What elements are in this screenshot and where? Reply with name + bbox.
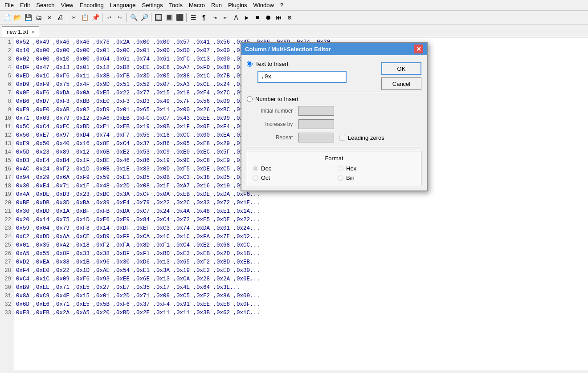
line-numbers: 1234567891011121314151617181920212223242… [0, 37, 14, 370]
sep1 [67, 13, 67, 22]
paste-button[interactable]: 📌 [90, 13, 100, 23]
number-insert-radio[interactable] [247, 96, 253, 102]
save-all-button[interactable]: 🗂 [34, 13, 44, 23]
tab-new1[interactable]: new 1.txt × [2, 26, 39, 37]
initial-number-input[interactable] [298, 106, 334, 116]
menu-window[interactable]: Window [251, 1, 277, 9]
menu-settings[interactable]: Settings [139, 1, 166, 9]
stop-button[interactable]: ■ [253, 13, 262, 23]
menu-plugins[interactable]: Plugins [225, 1, 250, 9]
increase-by-label: Increase by : [247, 121, 296, 127]
divider2 [247, 147, 421, 147]
zoom-out-button[interactable]: 🔳 [164, 13, 174, 23]
format-oct-label: Oct [261, 174, 270, 181]
leading-zeros-checkbox[interactable] [339, 135, 345, 141]
editor-line: 0xF3 ,0xEB ,0x2A ,0xA5 ,0x20 ,0xBD ,0x2E… [16, 309, 586, 317]
menu-search[interactable]: Search [33, 1, 57, 9]
format-hex-radio[interactable] [338, 166, 343, 171]
number-insert-section: Number to Insert Initial number : Increa… [247, 96, 421, 142]
menu-run[interactable]: Run [208, 1, 225, 9]
cut-button[interactable]: ✂ [69, 13, 79, 23]
number-insert-radio-row: Number to Insert [247, 96, 421, 102]
redo-button[interactable]: ↪ [115, 13, 125, 23]
sep3 [127, 13, 127, 22]
format-grid: Dec Hex Oct Bin [253, 165, 416, 181]
editor-line: 0x59 ,0x04 ,0x79 ,0xF8 ,0x14 ,0xDF ,0xEF… [16, 224, 586, 233]
text-insert-input[interactable] [257, 71, 347, 83]
format-oct-radio[interactable] [253, 175, 258, 181]
new-button[interactable]: 📄 [2, 13, 12, 23]
tabbar: new 1.txt × [0, 25, 588, 37]
column-editor-dialog: Column / Multi-Selection Editor ✕ OK Can… [241, 42, 428, 191]
format-hex-label: Hex [346, 165, 356, 172]
menu-help[interactable]: ? [278, 1, 286, 9]
outdent-button[interactable]: ⇤ [220, 13, 230, 23]
format-bin-radio[interactable] [338, 175, 343, 181]
undo-button[interactable]: ↩ [104, 13, 114, 23]
menu-view[interactable]: View [58, 1, 76, 9]
editor-line: 0x6D ,0xE6 ,0x71 ,0xE5 ,0x5B ,0xF6 ,0x37… [16, 300, 586, 309]
record-button[interactable]: ⏺ [263, 13, 273, 23]
full-screen-button[interactable]: ⬛ [175, 13, 184, 23]
sep5 [186, 13, 187, 22]
dialog-action-buttons: OK Cancel [381, 62, 421, 90]
format-dec-option: Dec [253, 165, 331, 172]
sep4 [151, 13, 151, 22]
copy-button[interactable]: 📋 [80, 13, 90, 23]
repeat-input[interactable] [298, 133, 334, 142]
menu-file[interactable]: File [2, 1, 16, 9]
format-title: Format [253, 155, 416, 162]
menu-language[interactable]: Language [107, 1, 139, 9]
line-btn[interactable]: ☰ [188, 13, 198, 23]
initial-number-label: Initial number : [247, 108, 296, 114]
close-button[interactable]: ✕ [45, 13, 54, 23]
cancel-button[interactable]: Cancel [381, 77, 421, 90]
find-replace-button[interactable]: 🔎 [139, 13, 149, 23]
leading-zeros-label: Leading zeros [348, 134, 384, 141]
editor-line: 0x8A ,0xC9 ,0x4E ,0x15 ,0x01 ,0x2D ,0x71… [16, 292, 586, 300]
format-bin-label: Bin [346, 174, 355, 181]
editor-line: 0xA5 ,0x55 ,0x8F ,0x33 ,0x38 ,0xDF ,0xF1… [16, 250, 586, 258]
menu-tools[interactable]: Tools [167, 1, 185, 9]
format-dec-radio[interactable] [253, 166, 258, 171]
initial-number-row: Initial number : [247, 106, 421, 116]
tab-close-btn[interactable]: × [32, 29, 34, 35]
zoom-in-button[interactable]: 🔲 [153, 13, 163, 23]
dialog-close-button[interactable]: ✕ [414, 45, 423, 53]
dialog-titlebar: Column / Multi-Selection Editor ✕ [241, 43, 427, 55]
increase-by-input[interactable] [298, 119, 334, 129]
uppercase-button[interactable]: A [231, 13, 241, 23]
menu-macro[interactable]: Macro [186, 1, 208, 9]
repeat-row: Repeat : Leading zeros [247, 133, 421, 142]
settings-btn[interactable]: ⚙ [285, 13, 294, 23]
tab-label: new 1.txt [7, 29, 28, 35]
sep2 [102, 13, 102, 22]
menu-edit[interactable]: Edit [17, 1, 33, 9]
print-button[interactable]: 🖨 [55, 13, 65, 23]
menubar: File Edit Search View Encoding Language … [0, 0, 588, 11]
ok-button[interactable]: OK [381, 62, 421, 75]
prev-button[interactable]: ⏮ [274, 13, 284, 23]
repeat-label: Repeat : [247, 134, 296, 141]
dialog-title: Column / Multi-Selection Editor [245, 46, 331, 53]
save-button[interactable]: 💾 [23, 13, 33, 23]
find-button[interactable]: 🔍 [129, 13, 139, 23]
text-insert-radio[interactable] [247, 61, 253, 67]
indent-button[interactable]: ⇥ [210, 13, 220, 23]
increase-by-row: Increase by : [247, 119, 421, 129]
editor-line: 0x20 ,0x14 ,0x75 ,0x1D ,0xE6 ,0xE9 ,0x84… [16, 216, 586, 224]
menu-encoding[interactable]: Encoding [77, 1, 106, 9]
editor-line: 0xB9 ,0xEE ,0x71 ,0xE5 ,0x27 ,0xE7 ,0x35… [16, 284, 586, 292]
format-dec-label: Dec [261, 165, 271, 172]
editor-container: 1234567891011121314151617181920212223242… [0, 37, 588, 370]
format-section: Format Dec Hex Oct [247, 151, 421, 185]
editor-line: 0xC2 ,0xDD ,0xAA ,0xCE ,0xD9 ,0xFF ,0xCA… [16, 233, 586, 241]
divider1 [247, 92, 421, 92]
word-wrap-button[interactable]: ¶ [199, 13, 209, 23]
format-hex-option: Hex [338, 165, 416, 172]
number-insert-label: Number to Insert [255, 96, 298, 102]
open-button[interactable]: 📂 [12, 13, 22, 23]
leading-zeros-container: Leading zeros [339, 134, 384, 141]
run-button[interactable]: ▶ [242, 13, 252, 23]
editor-line: 0xBE ,0xDB ,0x3D ,0xBA ,0x39 ,0xE4 ,0x79… [16, 199, 586, 207]
